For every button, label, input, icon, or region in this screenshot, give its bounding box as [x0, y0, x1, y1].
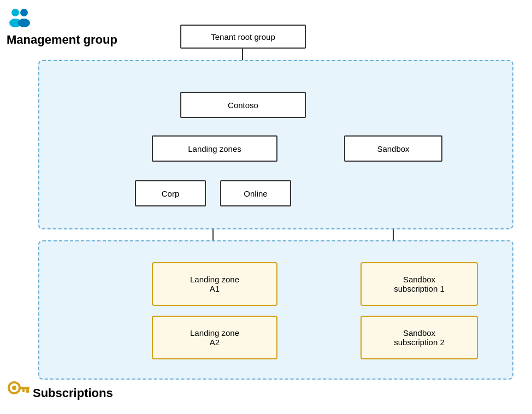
sandbox-node: Sandbox — [344, 135, 442, 162]
landing-zones-node: Landing zones — [152, 135, 277, 162]
sandbox-sub1-node: Sandbox subscription 1 — [360, 262, 478, 306]
svg-rect-23 — [19, 387, 29, 389]
corp-node: Corp — [135, 180, 206, 206]
people-icon — [7, 7, 33, 32]
svg-rect-25 — [22, 389, 25, 392]
landing-zone-a2-node: Landing zone A2 — [152, 316, 277, 359]
svg-point-22 — [12, 386, 16, 390]
management-group-label: Management group — [7, 33, 117, 47]
sandbox-sub2-node: Sandbox subscription 2 — [360, 316, 478, 359]
landing-zone-a1-node: Landing zone A1 — [152, 262, 277, 306]
subscriptions-label: Subscriptions — [33, 386, 113, 400]
tenant-root-node: Tenant root group — [180, 25, 306, 49]
online-node: Online — [220, 180, 291, 206]
svg-point-20 — [18, 19, 30, 27]
svg-point-19 — [20, 9, 28, 16]
key-icon — [7, 376, 31, 402]
svg-rect-24 — [26, 389, 29, 393]
svg-point-17 — [11, 9, 19, 16]
contoso-node: Contoso — [180, 92, 306, 118]
diagram-container: Management group Tenant root group Conto… — [0, 0, 532, 414]
